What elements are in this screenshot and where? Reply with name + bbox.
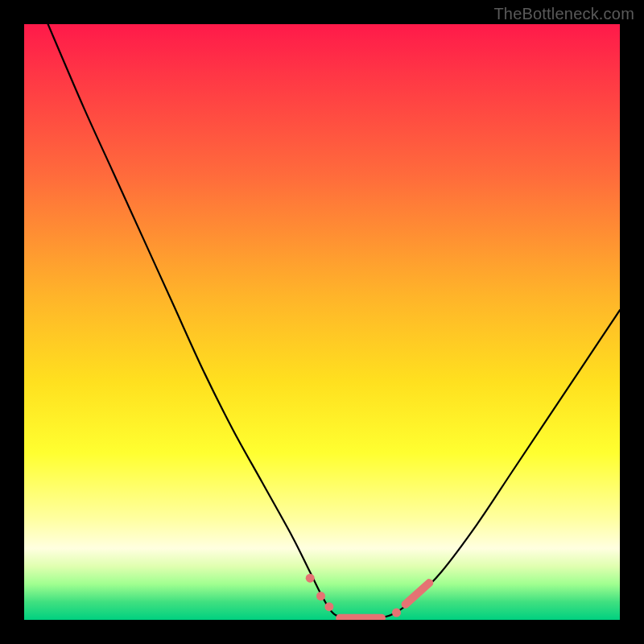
marker-dot bbox=[392, 609, 401, 617]
curve-markers bbox=[306, 574, 430, 618]
chart-frame: TheBottleneck.com bbox=[0, 0, 644, 644]
chart-svg bbox=[24, 24, 620, 620]
marker-dot bbox=[316, 592, 325, 601]
marker-dot bbox=[324, 602, 333, 611]
marker-dot bbox=[306, 574, 315, 583]
bottleneck-curve bbox=[48, 24, 620, 620]
watermark-text: TheBottleneck.com bbox=[493, 5, 634, 23]
marker-right-segment bbox=[406, 583, 430, 605]
plot-area bbox=[24, 24, 620, 620]
